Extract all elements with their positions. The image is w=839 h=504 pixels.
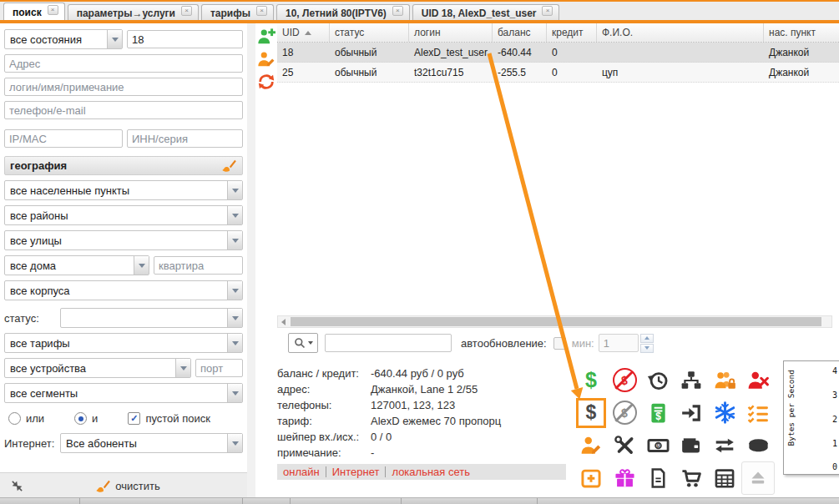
settlements-select[interactable]: все населенные пункты [4,180,243,200]
horizontal-scrollbar[interactable] [277,315,832,328]
close-icon[interactable]: × [181,6,192,16]
tools-button[interactable] [608,429,641,461]
devices-select[interactable]: все устройства [4,358,191,378]
table-row[interactable]: 25 обычный t32t1cu715 -255.5 0 цуп Джанк… [277,63,839,83]
document-button[interactable] [641,461,675,494]
internet-select[interactable]: Все абоненты [60,433,243,453]
clear-brush-icon[interactable] [221,158,237,174]
column-header-login[interactable]: логин [409,23,493,42]
checklist-button[interactable] [741,396,775,429]
segments-select[interactable]: все сегменты [4,383,243,403]
payment-blocked-button[interactable]: $ [608,364,641,396]
chevron-down-icon[interactable] [227,281,242,300]
history-button[interactable] [641,364,675,396]
document-icon [648,467,669,489]
refresh-button[interactable] [257,73,275,91]
session-login-button[interactable] [675,396,708,429]
panel-splitter[interactable] [247,23,255,498]
phone-email-input[interactable] [4,101,243,119]
streets-select[interactable]: все улицы [4,230,243,250]
chevron-down-icon[interactable] [227,384,242,402]
users-lock-icon [714,370,736,391]
close-icon[interactable]: × [392,6,403,16]
local-network-link[interactable]: локальная сеть [386,466,476,477]
detail-value: 0 / 0 [371,429,566,445]
and-radio[interactable] [74,412,87,425]
state-select[interactable]: все состояния [4,29,123,49]
column-header-settlement[interactable]: нас. пункт [764,23,839,42]
scroll-left-button[interactable] [278,316,289,327]
port-input[interactable] [195,359,243,377]
inn-input[interactable] [127,129,243,148]
charge-dollar-button[interactable]: $ [574,396,608,429]
payment-dollar-button[interactable]: $ [574,364,608,396]
tab-user[interactable]: UID 18, AlexD_test_user × [412,4,560,22]
search-mode-button[interactable] [288,333,318,353]
table-row[interactable]: 18 обычный AlexD_test_user -640.44 0 Джа… [277,43,839,63]
edit-user-button[interactable] [257,50,275,68]
calendar-add-button[interactable] [574,461,608,494]
tab-house[interactable]: 10, Летний 80(IPTV6) × [276,4,410,22]
chevron-down-icon[interactable] [175,359,190,377]
chevron-down-icon[interactable] [107,30,122,48]
tab-params-services[interactable]: параметры→услуги × [68,4,199,22]
column-header-credit[interactable]: кредит [547,23,597,42]
districts-select[interactable]: все районы [4,205,243,225]
transfer-button[interactable] [708,429,741,461]
chevron-down-icon[interactable] [227,334,242,352]
autorefresh-checkbox[interactable] [553,337,566,350]
tariffs-select[interactable]: все тарифы [4,333,243,353]
charge-disabled-button[interactable]: $ [608,396,641,429]
column-header-balance[interactable]: баланс [493,23,547,42]
chevron-down-icon[interactable] [227,206,242,224]
invoice-button[interactable]: $ [641,396,675,429]
delete-user-button[interactable] [741,364,775,396]
eject-button[interactable] [741,461,775,494]
wallet-button[interactable] [675,429,708,461]
users-lock-button[interactable] [708,364,741,396]
stepper-down-button[interactable] [640,344,654,353]
internet-link[interactable]: Интернет [326,466,387,477]
network-map-button[interactable] [675,364,708,396]
column-header-status[interactable]: статус [330,23,409,42]
collapse-panel-icon[interactable] [10,479,24,493]
status-select[interactable] [60,308,243,328]
buildings-select[interactable]: все корпуса [4,280,243,300]
uid-input[interactable] [127,30,243,48]
chevron-down-icon[interactable] [227,181,242,199]
login-name-input[interactable] [4,78,243,96]
gift-button[interactable] [608,461,641,494]
or-radio[interactable] [8,412,21,425]
ip-mac-input[interactable] [4,129,123,148]
add-user-button[interactable] [257,28,275,46]
close-icon[interactable]: × [256,6,267,16]
scrollbar-thumb[interactable] [291,317,821,326]
column-header-uid[interactable]: UID [277,23,330,42]
traffic-chart-fragment: Bytes per Second 4.0 3.0 2.0 1.0 0.0 [783,360,839,475]
stepper-up-button[interactable] [640,334,654,343]
chevron-down-icon[interactable] [227,309,242,327]
tab-search[interactable]: поиск × [3,3,65,22]
address-input[interactable] [4,54,243,73]
chevron-down-icon[interactable] [134,256,149,275]
database-button[interactable] [741,429,775,461]
history-icon [647,370,669,391]
close-icon[interactable]: × [542,6,553,16]
flat-input[interactable] [154,256,243,275]
schedule-button[interactable] [708,461,741,494]
clear-filters-button[interactable]: очистить [0,478,255,494]
empty-search-checkbox[interactable] [128,412,140,425]
edit-user-button[interactable] [574,429,608,461]
tab-tariffs[interactable]: тарифы × [201,4,274,22]
quick-search-input[interactable] [325,334,452,352]
cart-button[interactable] [675,461,708,494]
chevron-down-icon[interactable] [227,231,242,249]
freeze-button[interactable] [708,396,741,429]
column-header-fio[interactable]: Ф.И.О. [597,23,764,42]
close-icon[interactable]: × [48,5,58,15]
banknote-button[interactable]: 0 [641,429,675,461]
online-link[interactable]: онлайн [277,466,326,477]
chevron-down-icon[interactable] [227,434,242,452]
autorefresh-minutes-input[interactable] [599,334,639,352]
houses-select[interactable]: все дома [4,255,149,275]
